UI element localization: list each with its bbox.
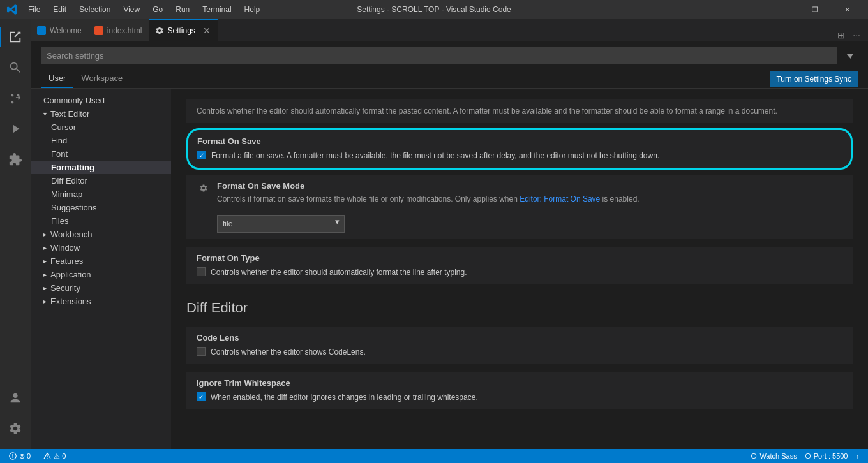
sidebar-item-formatting[interactable]: Formatting (31, 161, 171, 174)
activity-run-debug[interactable] (0, 114, 31, 144)
tab-workspace[interactable]: Workspace (73, 70, 130, 88)
maximize-button[interactable]: ❐ (800, 0, 830, 19)
html-tab-icon (94, 26, 103, 35)
sidebar-minimap-label: Minimap (51, 189, 82, 199)
status-bar: ⊗ 0 ⚠ 0 Watch Sass Port : 5500 ↑ (0, 449, 868, 463)
chevron-right-icon: ▸ (43, 284, 47, 291)
settings-tab-icon (155, 26, 164, 35)
menu-go[interactable]: Go (147, 4, 168, 15)
menu-help[interactable]: Help (239, 4, 266, 15)
activity-extensions[interactable] (0, 144, 31, 175)
activity-source-control[interactable] (0, 83, 31, 114)
warning-icon (43, 452, 51, 460)
format-on-type-checkbox[interactable] (197, 267, 206, 276)
chevron-right-icon: ▸ (43, 271, 47, 278)
sidebar-item-find[interactable]: Find (31, 134, 171, 147)
chevron-right-icon: ▸ (43, 244, 47, 251)
format-on-save-mode-content: Format On Save Mode Controls if format o… (217, 181, 640, 233)
format-on-save-mode-select[interactable]: file modifications modificationsIfAvaila… (217, 215, 345, 233)
status-watch-sass[interactable]: Watch Sass (747, 449, 800, 463)
ignore-trim-whitespace-item: Ignore Trim Whitespace When enabled, the… (186, 372, 853, 409)
split-editor-button[interactable]: ⊞ (835, 29, 848, 41)
menu-edit[interactable]: Edit (48, 4, 71, 15)
status-sync[interactable]: ↑ (852, 449, 864, 463)
activity-account[interactable] (0, 383, 31, 413)
minimize-button[interactable]: ─ (768, 0, 798, 19)
format-on-save-link[interactable]: Editor: Format On Save (520, 195, 600, 203)
sidebar-features-label: Features (50, 256, 83, 266)
sidebar-application-label: Application (50, 270, 91, 279)
menu-run[interactable]: Run (170, 4, 195, 15)
format-on-type-description: Controls whether the editor should autom… (211, 267, 467, 278)
svg-point-2 (805, 453, 811, 459)
sidebar-item-window[interactable]: ▸ Window (31, 241, 171, 254)
editor-area: Welcome index.html Settings ✕ ⊞ ··· (31, 19, 868, 449)
code-lens-checkbox[interactable] (197, 347, 206, 356)
ignore-trim-whitespace-checkbox[interactable] (197, 392, 206, 401)
format-on-save-mode-item: Format On Save Mode Controls if format o… (186, 175, 853, 239)
activity-explorer[interactable] (0, 22, 31, 52)
ignore-trim-whitespace-label: Ignore Trim Whitespace (197, 378, 842, 388)
menu-view[interactable]: View (118, 4, 145, 15)
status-errors-count: ⊗ 0 (19, 452, 31, 460)
tab-welcome-label: Welcome (50, 26, 82, 35)
status-warnings[interactable]: ⚠ 0 (40, 449, 70, 463)
sidebar-item-diff-editor[interactable]: Diff Editor (31, 174, 171, 187)
tab-settings-label: Settings (168, 26, 195, 35)
sidebar-window-label: Window (50, 243, 80, 253)
menu-selection[interactable]: Selection (74, 4, 116, 15)
chevron-right-icon: ▸ (43, 231, 47, 238)
tab-user[interactable]: User (41, 70, 73, 88)
sidebar-item-commonly-used[interactable]: Commonly Used (31, 94, 171, 107)
sidebar-item-application[interactable]: ▸ Application (31, 268, 171, 281)
sidebar-item-files[interactable]: Files (31, 214, 171, 228)
format-on-save-mode-desc-end: is enabled. (600, 195, 639, 203)
format-on-save-mode-label: Format On Save Mode (217, 181, 640, 191)
format-on-paste-description: Controls whether the editor should autom… (197, 105, 842, 117)
sidebar-files-label: Files (51, 216, 68, 226)
vscode-logo-icon (6, 4, 18, 15)
code-lens-description: Controls whether the editor shows CodeLe… (211, 346, 366, 358)
tab-settings-close[interactable]: ✕ (202, 26, 212, 36)
sidebar-item-minimap[interactable]: Minimap (31, 187, 171, 201)
menu-file[interactable]: File (23, 4, 45, 15)
format-on-save-checkbox-label: Format a file on save. A formatter must … (211, 150, 659, 161)
format-on-save-label: Format On Save (197, 136, 842, 146)
tab-settings[interactable]: Settings ✕ (149, 19, 218, 41)
close-button[interactable]: ✕ (832, 0, 862, 19)
sidebar-item-text-editor[interactable]: ▾ Text Editor (31, 107, 171, 121)
format-on-save-mode-desc-start: Controls if format on save formats the w… (217, 195, 520, 203)
sidebar-item-suggestions[interactable]: Suggestions (31, 201, 171, 214)
tab-index-html[interactable]: index.html (88, 19, 149, 41)
activity-search[interactable] (0, 52, 31, 83)
main-container: Welcome index.html Settings ✕ ⊞ ··· (0, 19, 868, 449)
sidebar-font-label: Font (51, 149, 68, 159)
sidebar-find-label: Find (51, 136, 67, 145)
tab-welcome[interactable]: Welcome (31, 19, 88, 41)
sidebar-item-workbench[interactable]: ▸ Workbench (31, 228, 171, 241)
menu-terminal[interactable]: Terminal (197, 4, 236, 15)
sidebar-item-font[interactable]: Font (31, 147, 171, 161)
tab-index-label: index.html (107, 26, 142, 35)
sidebar-security-label: Security (50, 283, 80, 293)
status-port[interactable]: Port : 5500 (801, 449, 852, 463)
more-actions-button[interactable]: ··· (850, 29, 863, 41)
sync-button[interactable]: Turn on Settings Sync (770, 71, 858, 87)
sidebar-item-security[interactable]: ▸ Security (31, 281, 171, 295)
tabs-actions: ⊞ ··· (835, 29, 868, 41)
titlebar: File Edit Selection View Go Run Terminal… (0, 0, 868, 19)
search-settings-input[interactable] (41, 47, 837, 64)
status-errors[interactable]: ⊗ 0 (5, 449, 34, 463)
format-on-save-checkbox[interactable] (197, 151, 206, 159)
sidebar-item-extensions[interactable]: ▸ Extensions (31, 295, 171, 308)
search-filter-button[interactable] (842, 48, 858, 63)
status-warnings-count: ⚠ 0 (54, 452, 66, 460)
ignore-trim-whitespace-checkbox-row: When enabled, the diff editor ignores ch… (197, 392, 842, 403)
sidebar-item-cursor[interactable]: Cursor (31, 121, 171, 134)
sidebar-formatting-label: Formatting (51, 163, 94, 172)
sidebar-cursor-label: Cursor (51, 122, 76, 132)
activity-settings[interactable] (0, 413, 31, 444)
format-on-save-mode-gear-button[interactable] (197, 181, 211, 195)
code-lens-checkbox-row: Controls whether the editor shows CodeLe… (197, 346, 842, 358)
sidebar-item-features[interactable]: ▸ Features (31, 254, 171, 268)
